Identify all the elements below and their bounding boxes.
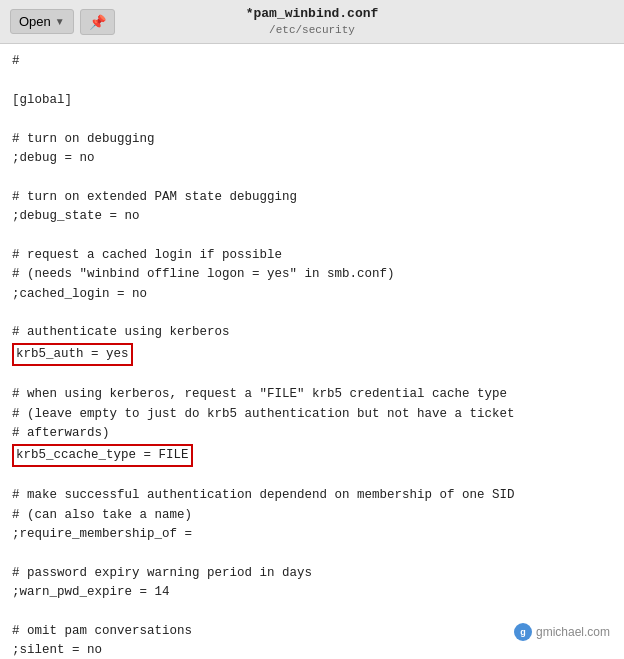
- code-line: # (needs "winbind offline logon = yes" i…: [12, 265, 612, 284]
- code-line: ;debug_state = no: [12, 207, 612, 226]
- code-line: ;cached_login = no: [12, 285, 612, 304]
- filename-title: *pam_winbind.conf: [246, 6, 379, 23]
- code-line: # request a cached login if possible: [12, 246, 612, 265]
- code-line: ;silent = no: [12, 641, 612, 659]
- code-line: [12, 226, 612, 245]
- code-line: # authenticate using kerberos: [12, 323, 612, 342]
- code-line: # when using kerberos, request a "FILE" …: [12, 385, 612, 404]
- code-line: # turn on debugging: [12, 130, 612, 149]
- code-line: [12, 110, 612, 129]
- code-line: [12, 71, 612, 90]
- code-line: #: [12, 52, 612, 71]
- pin-icon: 📌: [89, 14, 106, 30]
- titlebar: Open ▼ 📌 *pam_winbind.conf /etc/security: [0, 0, 624, 44]
- pin-button[interactable]: 📌: [80, 9, 115, 35]
- code-line: [12, 304, 612, 323]
- window-title-area: *pam_winbind.conf /etc/security: [246, 6, 379, 37]
- code-line: krb5_ccache_type = FILE: [12, 444, 612, 467]
- code-editor[interactable]: # [global] # turn on debugging;debug = n…: [0, 44, 624, 659]
- code-line: [12, 544, 612, 563]
- code-line: ;require_membership_of =: [12, 525, 612, 544]
- code-line: [12, 467, 612, 486]
- code-line: [12, 366, 612, 385]
- highlighted-code: krb5_auth = yes: [12, 343, 133, 366]
- open-button[interactable]: Open ▼: [10, 9, 74, 34]
- code-line: ;warn_pwd_expire = 14: [12, 583, 612, 602]
- code-line: # afterwards): [12, 424, 612, 443]
- code-line: [12, 168, 612, 187]
- code-line: krb5_auth = yes: [12, 343, 612, 366]
- code-line: # turn on extended PAM state debugging: [12, 188, 612, 207]
- code-line: [global]: [12, 91, 612, 110]
- dropdown-arrow-icon: ▼: [55, 16, 65, 27]
- code-line: ;debug = no: [12, 149, 612, 168]
- code-line: [12, 603, 612, 622]
- watermark-icon: g: [514, 623, 532, 641]
- watermark-text: gmichael.com: [536, 625, 610, 639]
- code-line: # (leave empty to just do krb5 authentic…: [12, 405, 612, 424]
- open-label: Open: [19, 14, 51, 29]
- code-line: # password expiry warning period in days: [12, 564, 612, 583]
- highlighted-code: krb5_ccache_type = FILE: [12, 444, 193, 467]
- file-path: /etc/security: [246, 23, 379, 37]
- code-line: # make successful authentication depende…: [12, 486, 612, 505]
- watermark: ggmichael.com: [514, 623, 610, 641]
- code-line: # (can also take a name): [12, 506, 612, 525]
